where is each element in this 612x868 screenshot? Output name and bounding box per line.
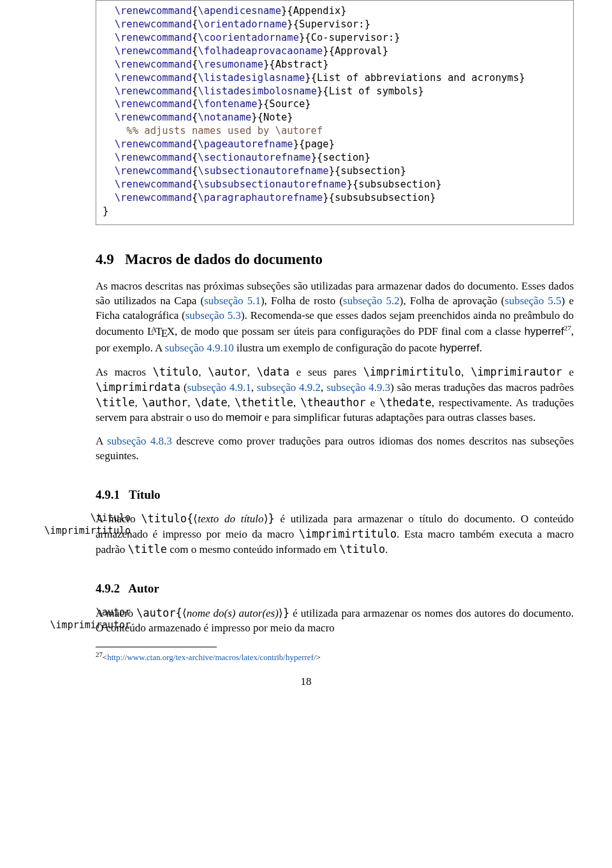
footnote-27-url[interactable]: http://www.ctan.org/tex-archive/macros/l… (107, 653, 316, 663)
paragraph-2: As macros \titulo, \autor, \data e seus … (96, 365, 574, 425)
section-title: Macros de dados do documento (125, 251, 323, 267)
footnote-27: 27<http://www.ctan.org/tex-archive/macro… (96, 650, 574, 663)
subsection-number: 4.9.1 (96, 488, 120, 501)
pkg-hyperref: hyperref (524, 325, 564, 337)
pkg-hyperref-2: hyperref (440, 342, 479, 354)
code-listing: \renewcommand{\apendicesname}{Appendix} … (96, 0, 574, 225)
subsection-heading-4-9-1: 4.9.1 Título (96, 487, 574, 503)
link-subsecao-4-8-3[interactable]: subseção 4.8.3 (107, 435, 172, 447)
link-subsecao-5-3[interactable]: subseção 5.3 (186, 309, 241, 321)
link-subsecao-4-9-2[interactable]: subseção 4.9.2 (257, 381, 321, 394)
subsection-title: Título (129, 488, 161, 501)
paragraph-3: A subseção 4.8.3 descreve como prover tr… (96, 434, 574, 464)
section-heading-4-9: 4.9 Macros de dados do documento (96, 249, 574, 269)
pkg-memoir: memoir (226, 411, 262, 423)
margin-macro-autor: \autor \imprimirautor (32, 606, 131, 632)
paragraph-4-9-2: A macro \autor{⟨nome do(s) autor(es)⟩} é… (96, 606, 574, 636)
link-subsecao-4-9-1[interactable]: subseção 4.9.1 (187, 381, 251, 394)
margin-macro-titulo: \titulo \imprimirtitulo (32, 511, 131, 538)
link-subsecao-4-9-3[interactable]: subseção 4.9.3 (326, 381, 390, 394)
paragraph-4-9-1: A macro \titulo{⟨texto do título⟩} é uti… (96, 511, 574, 557)
link-subsecao-5-1[interactable]: subseção 5.1 (204, 295, 261, 307)
link-subsecao-5-2[interactable]: subseção 5.2 (343, 295, 400, 307)
link-subsecao-5-5[interactable]: subseção 5.5 (505, 295, 562, 307)
subsection-number: 4.9.2 (96, 582, 120, 595)
paragraph-1: As macros descritas nas próximas subseçõ… (96, 279, 574, 356)
section-number: 4.9 (96, 251, 114, 267)
subsection-heading-4-9-2: 4.9.2 Autor (96, 580, 574, 597)
subsection-title: Autor (128, 582, 159, 595)
footnote-separator (96, 647, 217, 647)
page-number: 18 (38, 675, 574, 689)
link-subsecao-4-9-10[interactable]: subseção 4.9.10 (165, 342, 234, 354)
footnote-ref-27[interactable]: 27 (564, 324, 571, 332)
